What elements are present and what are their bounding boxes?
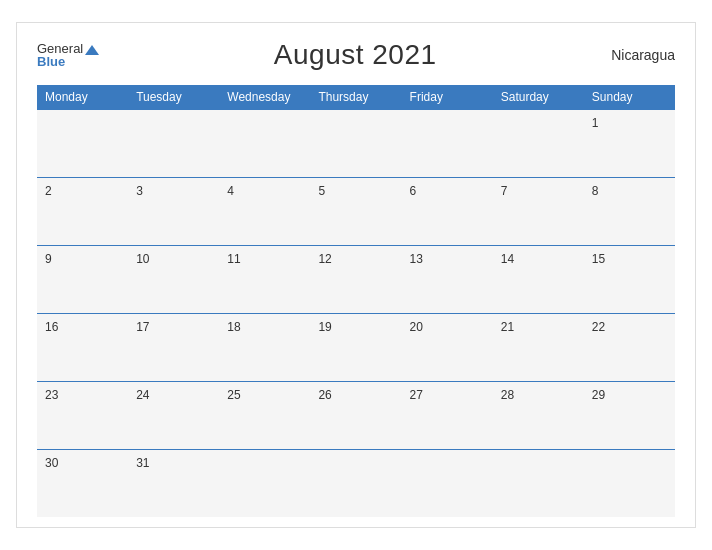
day-cell: 24 bbox=[128, 381, 219, 449]
days-header: Monday Tuesday Wednesday Thursday Friday… bbox=[37, 85, 675, 109]
day-cell: 16 bbox=[37, 313, 128, 381]
day-cell: 22 bbox=[584, 313, 675, 381]
calendar-header: General Blue August 2021 Nicaragua bbox=[37, 39, 675, 71]
day-cell: 19 bbox=[310, 313, 401, 381]
day-number: 20 bbox=[410, 320, 423, 334]
day-cell: 25 bbox=[219, 381, 310, 449]
country-label: Nicaragua bbox=[611, 47, 675, 63]
day-cell bbox=[310, 449, 401, 517]
day-header-tuesday: Tuesday bbox=[128, 85, 219, 109]
calendar-grid: 1234567891011121314151617181920212223242… bbox=[37, 109, 675, 517]
day-cell: 29 bbox=[584, 381, 675, 449]
day-cell: 31 bbox=[128, 449, 219, 517]
day-number: 30 bbox=[45, 456, 58, 470]
day-number: 4 bbox=[227, 184, 234, 198]
day-cell bbox=[584, 449, 675, 517]
day-number: 14 bbox=[501, 252, 514, 266]
day-cell: 1 bbox=[584, 109, 675, 177]
day-number: 15 bbox=[592, 252, 605, 266]
day-number: 28 bbox=[501, 388, 514, 402]
day-cell bbox=[402, 449, 493, 517]
day-cell: 27 bbox=[402, 381, 493, 449]
day-cell bbox=[310, 109, 401, 177]
day-number: 19 bbox=[318, 320, 331, 334]
day-cell: 7 bbox=[493, 177, 584, 245]
day-header-wednesday: Wednesday bbox=[219, 85, 310, 109]
day-header-saturday: Saturday bbox=[493, 85, 584, 109]
day-number: 31 bbox=[136, 456, 149, 470]
day-number: 24 bbox=[136, 388, 149, 402]
day-cell: 14 bbox=[493, 245, 584, 313]
day-cell: 17 bbox=[128, 313, 219, 381]
day-header-monday: Monday bbox=[37, 85, 128, 109]
day-number: 12 bbox=[318, 252, 331, 266]
day-number: 11 bbox=[227, 252, 240, 266]
day-number: 2 bbox=[45, 184, 52, 198]
logo: General Blue bbox=[37, 42, 99, 68]
day-cell: 4 bbox=[219, 177, 310, 245]
logo-blue-text: Blue bbox=[37, 55, 65, 68]
day-number: 25 bbox=[227, 388, 240, 402]
day-cell: 13 bbox=[402, 245, 493, 313]
day-cell: 21 bbox=[493, 313, 584, 381]
day-number: 6 bbox=[410, 184, 417, 198]
day-cell: 23 bbox=[37, 381, 128, 449]
day-header-sunday: Sunday bbox=[584, 85, 675, 109]
day-cell: 26 bbox=[310, 381, 401, 449]
day-number: 26 bbox=[318, 388, 331, 402]
day-cell: 18 bbox=[219, 313, 310, 381]
day-header-thursday: Thursday bbox=[310, 85, 401, 109]
day-cell: 30 bbox=[37, 449, 128, 517]
day-cell bbox=[493, 449, 584, 517]
day-number: 5 bbox=[318, 184, 325, 198]
day-number: 18 bbox=[227, 320, 240, 334]
day-number: 16 bbox=[45, 320, 58, 334]
calendar-title: August 2021 bbox=[274, 39, 437, 71]
day-cell: 15 bbox=[584, 245, 675, 313]
day-cell bbox=[219, 109, 310, 177]
day-cell: 28 bbox=[493, 381, 584, 449]
day-number: 3 bbox=[136, 184, 143, 198]
day-number: 1 bbox=[592, 116, 599, 130]
day-cell: 10 bbox=[128, 245, 219, 313]
day-number: 8 bbox=[592, 184, 599, 198]
day-number: 29 bbox=[592, 388, 605, 402]
day-cell bbox=[128, 109, 219, 177]
day-cell bbox=[493, 109, 584, 177]
day-cell: 2 bbox=[37, 177, 128, 245]
day-number: 23 bbox=[45, 388, 58, 402]
day-cell bbox=[37, 109, 128, 177]
day-number: 17 bbox=[136, 320, 149, 334]
day-cell: 3 bbox=[128, 177, 219, 245]
day-cell: 6 bbox=[402, 177, 493, 245]
day-number: 10 bbox=[136, 252, 149, 266]
day-number: 13 bbox=[410, 252, 423, 266]
logo-triangle-icon bbox=[85, 45, 99, 55]
day-cell: 12 bbox=[310, 245, 401, 313]
day-header-friday: Friday bbox=[402, 85, 493, 109]
day-cell: 20 bbox=[402, 313, 493, 381]
day-cell bbox=[402, 109, 493, 177]
day-number: 21 bbox=[501, 320, 514, 334]
day-cell: 8 bbox=[584, 177, 675, 245]
calendar: General Blue August 2021 Nicaragua Monda… bbox=[16, 22, 696, 528]
day-number: 9 bbox=[45, 252, 52, 266]
day-cell: 5 bbox=[310, 177, 401, 245]
day-cell: 9 bbox=[37, 245, 128, 313]
day-cell: 11 bbox=[219, 245, 310, 313]
day-number: 22 bbox=[592, 320, 605, 334]
day-number: 27 bbox=[410, 388, 423, 402]
day-number: 7 bbox=[501, 184, 508, 198]
day-cell bbox=[219, 449, 310, 517]
